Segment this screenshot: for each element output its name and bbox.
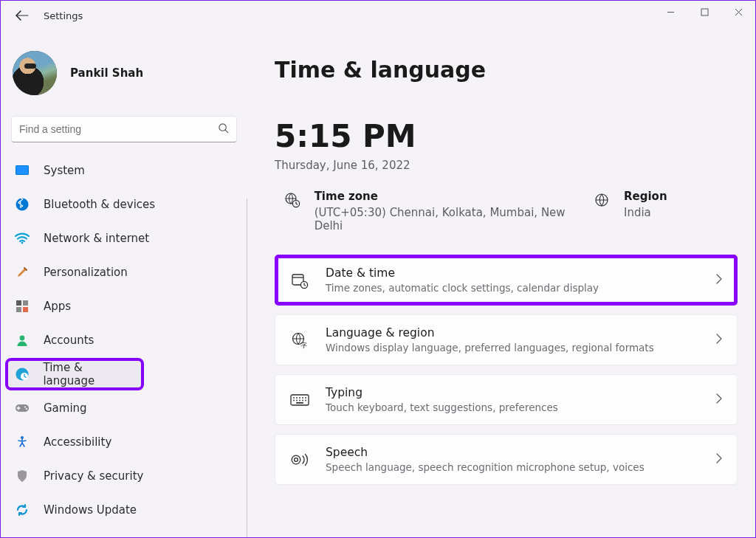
chevron-right-icon <box>715 393 722 407</box>
svg-rect-0 <box>701 9 708 15</box>
gamepad-icon <box>14 400 30 416</box>
sidebar-item-bluetooth[interactable]: Bluetooth & devices <box>7 190 241 219</box>
chevron-right-icon <box>715 452 722 466</box>
maximize-button[interactable] <box>687 1 721 23</box>
accessibility-icon <box>14 434 30 450</box>
svg-point-33 <box>302 399 303 401</box>
card-subtitle: Speech language, speech recognition micr… <box>326 461 699 473</box>
profile-block[interactable]: Pankil Shah <box>7 30 241 111</box>
svg-point-14 <box>24 406 26 407</box>
svg-point-28 <box>302 397 303 399</box>
search-box[interactable] <box>11 116 237 142</box>
system-icon <box>14 162 30 179</box>
search-icon <box>218 123 229 137</box>
apps-icon <box>14 298 30 314</box>
timezone-icon <box>284 191 301 209</box>
region-block[interactable]: Region India <box>593 190 740 219</box>
sidebar: Pankil Shah System Bluetooth & devices N… <box>1 30 248 537</box>
person-icon <box>14 332 30 348</box>
card-language-region[interactable]: 字 Language & region Windows display lang… <box>275 314 738 365</box>
page-title: Time & language <box>275 57 740 83</box>
svg-point-15 <box>26 408 27 410</box>
sidebar-item-label: Personalization <box>44 266 128 279</box>
sidebar-item-label: Gaming <box>44 401 87 415</box>
search-input[interactable] <box>19 123 218 135</box>
timezone-label: Time zone <box>315 190 593 203</box>
sidebar-item-apps[interactable]: Apps <box>7 292 241 321</box>
card-typing[interactable]: Typing Touch keyboard, text suggestions,… <box>275 374 738 425</box>
calendar-clock-icon <box>290 271 309 290</box>
svg-rect-6 <box>16 300 21 306</box>
sidebar-item-label: Windows Update <box>44 503 137 517</box>
card-title: Language & region <box>326 326 699 339</box>
card-subtitle: Touch keyboard, text suggestions, prefer… <box>326 401 699 413</box>
sidebar-item-windows-update[interactable]: Windows Update <box>7 495 241 525</box>
svg-point-10 <box>20 336 25 341</box>
titlebar: Settings <box>1 1 755 30</box>
sidebar-item-label: Accounts <box>44 334 94 347</box>
svg-point-5 <box>21 242 24 244</box>
sidebar-item-time-language[interactable]: Time & language <box>7 359 142 389</box>
sidebar-item-label: Time & language <box>43 361 135 387</box>
svg-point-1 <box>219 123 226 130</box>
svg-point-26 <box>296 397 298 399</box>
card-title: Speech <box>326 446 699 459</box>
chevron-right-icon <box>715 333 722 347</box>
chevron-right-icon <box>715 273 722 287</box>
card-subtitle: Time zones, automatic clock settings, ca… <box>326 282 699 294</box>
timezone-region-row: Time zone (UTC+05:30) Chennai, Kolkata, … <box>275 190 740 232</box>
card-date-time[interactable]: Date & time Time zones, automatic clock … <box>275 255 738 306</box>
sidebar-item-privacy[interactable]: Privacy & security <box>7 461 241 491</box>
svg-point-25 <box>293 397 295 399</box>
sidebar-item-system[interactable]: System <box>7 156 241 185</box>
sidebar-nav: System Bluetooth & devices Network & int… <box>7 156 241 525</box>
paintbrush-icon <box>14 264 30 280</box>
sidebar-item-label: Network & internet <box>44 232 149 245</box>
card-title: Date & time <box>326 266 699 280</box>
main-content: Time & language 5:15 PM Thursday, June 1… <box>248 30 755 537</box>
date-display: Thursday, June 16, 2022 <box>275 159 740 172</box>
back-arrow-icon <box>14 7 30 24</box>
speech-icon <box>290 450 309 469</box>
svg-rect-3 <box>16 166 28 174</box>
avatar <box>13 51 57 95</box>
sidebar-item-accessibility[interactable]: Accessibility <box>7 427 241 457</box>
globe-icon <box>593 191 611 209</box>
keyboard-icon <box>290 390 309 410</box>
clock-globe-icon <box>14 366 30 382</box>
card-speech[interactable]: Speech Speech language, speech recogniti… <box>275 434 738 485</box>
region-label: Region <box>624 190 667 203</box>
svg-point-34 <box>305 399 306 401</box>
card-subtitle: Windows display language, preferred lang… <box>326 342 699 354</box>
close-button[interactable] <box>721 1 755 23</box>
svg-point-36 <box>292 455 300 464</box>
sidebar-item-gaming[interactable]: Gaming <box>7 393 241 423</box>
svg-point-30 <box>293 399 295 401</box>
svg-point-37 <box>295 458 298 461</box>
sidebar-item-label: Accessibility <box>44 435 111 449</box>
svg-rect-9 <box>23 307 28 312</box>
sidebar-item-label: Bluetooth & devices <box>44 198 155 211</box>
region-value: India <box>624 206 667 219</box>
sidebar-item-network[interactable]: Network & internet <box>7 224 241 253</box>
sidebar-item-personalization[interactable]: Personalization <box>7 258 241 287</box>
wifi-icon <box>14 230 30 246</box>
language-globe-icon: 字 <box>290 331 309 350</box>
minimize-button[interactable] <box>653 1 687 23</box>
update-icon <box>14 502 30 518</box>
sidebar-item-accounts[interactable]: Accounts <box>7 325 241 355</box>
svg-rect-8 <box>16 307 21 312</box>
sidebar-item-label: Apps <box>44 300 71 313</box>
svg-rect-35 <box>296 402 303 404</box>
clock-display: 5:15 PM <box>275 118 740 154</box>
svg-point-27 <box>299 397 300 399</box>
bluetooth-icon <box>14 196 30 213</box>
sidebar-item-label: System <box>44 164 85 177</box>
timezone-block[interactable]: Time zone (UTC+05:30) Chennai, Kolkata, … <box>284 190 593 232</box>
user-display-name: Pankil Shah <box>70 66 143 80</box>
sidebar-item-label: Privacy & security <box>44 469 143 483</box>
svg-rect-7 <box>23 300 28 306</box>
timezone-value: (UTC+05:30) Chennai, Kolkata, Mumbai, Ne… <box>315 206 593 232</box>
app-title: Settings <box>44 10 83 21</box>
svg-text:字: 字 <box>300 342 307 349</box>
